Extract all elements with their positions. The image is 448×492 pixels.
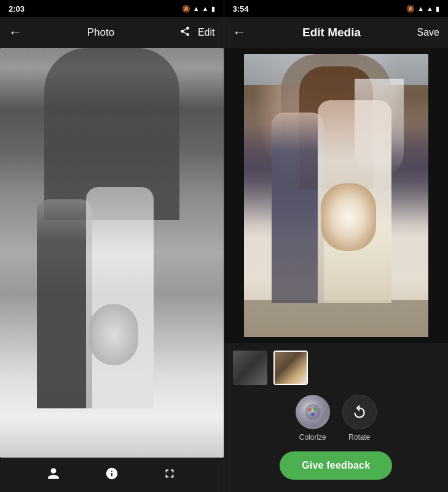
left-toolbar: ← Photo Edit (0, 17, 224, 48)
right-status-bar: 3:54 🔕 ▲ ▲ ▮ (224, 0, 449, 17)
left-photo-area (0, 48, 224, 458)
expand-icon[interactable] (163, 467, 176, 483)
right-photo-area (224, 48, 449, 343)
left-bottom-bar (0, 458, 224, 492)
wifi-icon: ▲ (202, 5, 209, 12)
thumbnail-color[interactable] (273, 351, 308, 385)
left-time: 2:03 (9, 4, 25, 14)
share-icon[interactable] (179, 26, 191, 40)
feedback-container: Give feedback (233, 451, 440, 485)
colorize-label: Colorize (299, 433, 326, 442)
person-icon[interactable] (47, 467, 60, 483)
right-panel: 3:54 🔕 ▲ ▲ ▮ ← Edit Media Save (224, 0, 449, 492)
tools-row: Colorize Rotate (233, 395, 440, 442)
bw-wedding-photo (0, 48, 224, 458)
give-feedback-button[interactable]: Give feedback (280, 451, 392, 480)
left-panel: 2:03 🔕 ▲ ▲ ▮ ← Photo Edit (0, 0, 224, 492)
left-status-icons: 🔕 ▲ ▲ ▮ (182, 5, 215, 13)
thumbnail-bw[interactable] (233, 351, 267, 385)
left-back-button[interactable]: ← (9, 25, 22, 41)
svg-point-2 (313, 407, 316, 411)
left-status-bar: 2:03 🔕 ▲ ▲ ▮ (0, 0, 224, 17)
battery-icon-right: ▮ (436, 5, 439, 13)
rotate-tool[interactable]: Rotate (342, 395, 377, 442)
right-time: 3:54 (233, 4, 249, 14)
signal-icon: ▲ (193, 5, 200, 12)
rotate-button[interactable] (342, 395, 377, 429)
right-toolbar: ← Edit Media Save (224, 17, 449, 48)
thumbnails-row (233, 351, 440, 385)
colorize-tool[interactable]: Colorize (296, 395, 330, 442)
wifi-icon-right: ▲ (426, 5, 433, 12)
svg-point-1 (308, 408, 312, 412)
left-page-title: Photo (87, 26, 114, 39)
svg-point-0 (305, 404, 321, 420)
edit-button[interactable]: Edit (198, 27, 215, 38)
rotate-label: Rotate (348, 433, 370, 442)
right-page-title: Edit Media (302, 26, 361, 39)
left-toolbar-right: Edit (179, 26, 215, 40)
right-status-icons: 🔕 ▲ ▲ ▮ (406, 5, 439, 13)
save-button[interactable]: Save (417, 27, 439, 38)
svg-point-3 (311, 413, 315, 416)
battery-icon: ▮ (211, 5, 215, 13)
colorize-button[interactable] (296, 395, 330, 429)
colorized-wedding-photo (244, 54, 428, 337)
right-back-button[interactable]: ← (233, 25, 246, 41)
info-icon[interactable] (105, 467, 119, 483)
mute-icon-right: 🔕 (406, 5, 415, 13)
signal-icon-right: ▲ (417, 5, 424, 12)
mute-icon: 🔕 (182, 5, 191, 13)
bottom-controls: Colorize Rotate Give feedback (224, 343, 449, 492)
